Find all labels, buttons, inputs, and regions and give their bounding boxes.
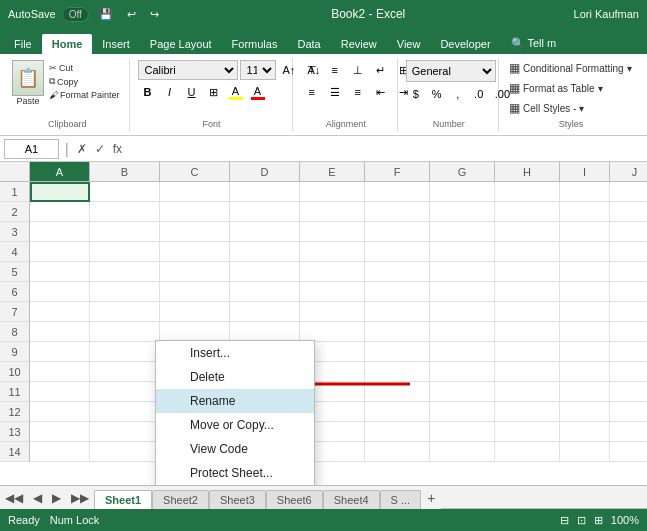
cell[interactable] [495, 302, 560, 322]
cell[interactable] [160, 222, 230, 242]
cell[interactable] [30, 222, 90, 242]
cell[interactable] [430, 182, 495, 202]
cell[interactable] [30, 382, 90, 402]
sheet-tab-sheet4[interactable]: Sheet4 [323, 490, 380, 509]
format-painter-button[interactable]: 🖌 Format Painter [46, 89, 123, 101]
cell[interactable] [90, 262, 160, 282]
ctx-move-copy[interactable]: Move or Copy... [156, 413, 314, 437]
sheet-tab-sheet2[interactable]: Sheet2 [152, 490, 209, 509]
cell[interactable] [90, 302, 160, 322]
comma-button[interactable]: , [448, 84, 468, 104]
cell[interactable] [160, 202, 230, 222]
cell[interactable] [160, 322, 230, 342]
cell-styles-button[interactable]: ▦ Cell Styles - ▾ [507, 100, 634, 116]
cell[interactable] [430, 282, 495, 302]
cell[interactable] [430, 302, 495, 322]
decrease-decimal-button[interactable]: .0 [469, 84, 489, 104]
cell[interactable] [430, 402, 495, 422]
tab-formulas[interactable]: Formulas [222, 34, 288, 54]
sheet-nav-right-button[interactable]: ▶▶ [66, 486, 94, 509]
cell[interactable] [365, 262, 430, 282]
align-right-button[interactable]: ≡ [347, 82, 369, 102]
copy-button[interactable]: ⧉ Copy [46, 75, 123, 88]
cell[interactable] [610, 242, 647, 262]
number-format-select[interactable]: General [406, 60, 496, 82]
ctx-insert[interactable]: Insert... [156, 341, 314, 365]
sheet-nav-next-button[interactable]: ▶ [47, 486, 66, 509]
cell[interactable] [230, 242, 300, 262]
cell[interactable] [90, 222, 160, 242]
cell[interactable] [90, 402, 160, 422]
cell[interactable] [610, 342, 647, 362]
format-as-table-button[interactable]: ▦ Format as Table ▾ [507, 80, 634, 96]
cell[interactable] [495, 442, 560, 462]
currency-button[interactable]: $ [406, 84, 426, 104]
italic-button[interactable]: I [160, 82, 180, 102]
cell[interactable] [230, 282, 300, 302]
add-sheet-button[interactable]: + [421, 488, 441, 508]
cell[interactable] [430, 262, 495, 282]
cell[interactable] [430, 362, 495, 382]
tab-data[interactable]: Data [287, 34, 330, 54]
cell[interactable] [230, 262, 300, 282]
cancel-formula-button[interactable]: ✗ [75, 142, 89, 156]
sheet-nav-left-button[interactable]: ◀◀ [0, 486, 28, 509]
align-bottom-button[interactable]: ⊥ [347, 60, 369, 80]
cell[interactable] [365, 382, 430, 402]
cell[interactable] [365, 322, 430, 342]
cell[interactable] [160, 262, 230, 282]
cell[interactable] [90, 442, 160, 462]
cell[interactable] [365, 222, 430, 242]
cell[interactable] [560, 282, 610, 302]
page-layout-view-button[interactable]: ⊡ [577, 514, 586, 527]
cell[interactable] [610, 362, 647, 382]
col-header-d[interactable]: D [230, 162, 300, 181]
cell[interactable] [495, 182, 560, 202]
paste-button[interactable]: 📋 Paste [12, 60, 44, 106]
cell[interactable] [495, 202, 560, 222]
cell[interactable] [90, 362, 160, 382]
tab-file[interactable]: File [4, 34, 42, 54]
cell[interactable] [430, 442, 495, 462]
border-button[interactable]: ⊞ [204, 82, 224, 102]
col-header-e[interactable]: E [300, 162, 365, 181]
cell[interactable] [300, 302, 365, 322]
font-family-select[interactable]: Calibri [138, 60, 238, 80]
cut-button[interactable]: ✂ Cut [46, 62, 123, 74]
cell[interactable] [610, 322, 647, 342]
align-left-button[interactable]: ≡ [301, 82, 323, 102]
underline-button[interactable]: U [182, 82, 202, 102]
cell[interactable] [160, 302, 230, 322]
bold-button[interactable]: B [138, 82, 158, 102]
sheet-nav-prev-button[interactable]: ◀ [28, 486, 47, 509]
cell[interactable] [495, 262, 560, 282]
page-break-view-button[interactable]: ⊞ [594, 514, 603, 527]
cell[interactable] [430, 322, 495, 342]
col-header-b[interactable]: B [90, 162, 160, 181]
ctx-delete[interactable]: Delete [156, 365, 314, 389]
cell[interactable] [610, 282, 647, 302]
cell[interactable] [30, 442, 90, 462]
cell[interactable] [160, 242, 230, 262]
col-header-i[interactable]: I [560, 162, 610, 181]
cell[interactable] [495, 282, 560, 302]
cell[interactable] [300, 322, 365, 342]
formula-input[interactable] [128, 142, 643, 156]
insert-function-button[interactable]: fx [111, 142, 124, 156]
cell[interactable] [495, 362, 560, 382]
ctx-protect-sheet[interactable]: Protect Sheet... [156, 461, 314, 485]
cell[interactable] [300, 242, 365, 262]
align-center-button[interactable]: ☰ [324, 82, 346, 102]
cell[interactable] [430, 422, 495, 442]
cell[interactable] [365, 182, 430, 202]
cell[interactable] [90, 322, 160, 342]
cell[interactable] [495, 242, 560, 262]
cell[interactable] [300, 202, 365, 222]
percent-button[interactable]: % [427, 84, 447, 104]
cell[interactable] [495, 342, 560, 362]
cell[interactable] [30, 202, 90, 222]
cell[interactable] [30, 402, 90, 422]
cell[interactable] [560, 222, 610, 242]
tab-insert[interactable]: Insert [92, 34, 140, 54]
cell[interactable] [610, 202, 647, 222]
